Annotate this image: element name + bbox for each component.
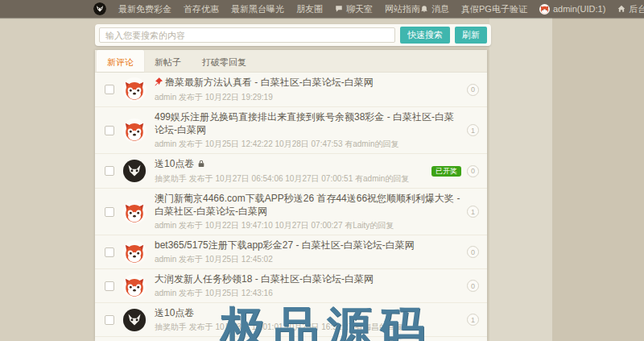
post-title-link[interactable]: bet365/5175注册下载app彩金27 - 白菜社区-白菜论坛-白菜网 bbox=[155, 239, 415, 251]
reply-count-badge: 0 bbox=[467, 84, 479, 96]
bell-icon bbox=[420, 5, 428, 14]
nav-blacklist-expose[interactable]: 最新黑台曝光 bbox=[231, 3, 284, 15]
tab-zero-replies[interactable]: 打破零回复 bbox=[192, 50, 257, 72]
post-meta: admin 发布于 10月22日 19:47:10 10月27日 07:00:2… bbox=[155, 220, 460, 231]
reply-count-badge: 0 bbox=[467, 246, 479, 258]
top-header: 最新免费彩金 首存优惠 最新黑台曝光 朋友圈 聊天室 网站指南 消息 真假PG电… bbox=[0, 0, 644, 18]
site-logo-icon[interactable] bbox=[93, 2, 106, 15]
row-checkbox[interactable] bbox=[105, 281, 114, 291]
post-meta: admin 发布于 10月22日 19:29:19 bbox=[155, 92, 460, 103]
nav-site-guide[interactable]: 网站指南 bbox=[385, 3, 420, 15]
tab-new-comments[interactable]: 新评论 bbox=[97, 50, 144, 72]
chat-bubble-icon bbox=[335, 5, 343, 13]
post-title-link[interactable]: 送10点卷 bbox=[155, 158, 194, 169]
post-title-link[interactable]: 499娱乐注册兑换码直接排出来直接到账号余额38彩金 - 白菜社区-白菜论坛-白… bbox=[155, 111, 454, 135]
nav-first-deposit[interactable]: 首存优惠 bbox=[184, 3, 219, 15]
search-input[interactable] bbox=[99, 27, 395, 43]
fox-avatar bbox=[122, 119, 147, 143]
post-meta: admin 发布于 10月25日 12:42:22 10月28日 07:47:5… bbox=[155, 139, 460, 150]
nav-friends[interactable]: 朋友圈 bbox=[296, 3, 323, 15]
user-avatar bbox=[539, 4, 550, 15]
status-badge: 已开奖 bbox=[431, 166, 461, 177]
pin-icon bbox=[155, 77, 163, 89]
nav-chatroom[interactable]: 聊天室 bbox=[335, 3, 373, 15]
row-checkbox[interactable] bbox=[105, 315, 114, 325]
post-row: 499娱乐注册兑换码直接排出来直接到账号余额38彩金 - 白菜社区-白菜论坛-白… bbox=[95, 107, 487, 154]
reply-count-badge: 0 bbox=[467, 280, 479, 292]
row-checkbox[interactable] bbox=[105, 126, 114, 135]
reply-count-badge: 1 bbox=[467, 314, 479, 326]
pg-verify-link[interactable]: 真假PG电子验证 bbox=[461, 3, 527, 15]
post-title-link[interactable]: 澳门新葡京4466.com下载APP秒送26 首存44送66祝您顺顺利利爆大奖 … bbox=[155, 193, 460, 217]
post-row: bet5体育bet5.com 顶级域名 资金雄厚 首存100送58 大额无忧 公… bbox=[95, 337, 487, 341]
lock-icon bbox=[198, 158, 204, 171]
header-nav-left: 最新免费彩金 首存优惠 最新黑台曝光 朋友圈 聊天室 网站指南 bbox=[93, 2, 420, 15]
fox-avatar bbox=[122, 77, 147, 102]
row-checkbox[interactable] bbox=[105, 207, 114, 217]
post-title-link[interactable]: 大润发新人任务秒领18 - 白菜社区-白菜论坛-白菜网 bbox=[155, 273, 374, 285]
messages-link[interactable]: 消息 bbox=[420, 3, 449, 15]
post-row: 送10点卷 抽奖助手 发布于 10月23日 16:01:01 10月23日 16… bbox=[95, 303, 487, 337]
post-meta: 抽奖助手 发布于 10月27日 06:54:06 10月27日 07:00:51… bbox=[155, 173, 425, 185]
reply-count-badge: 0 bbox=[467, 165, 479, 177]
post-row: 大润发新人任务秒领18 - 白菜社区-白菜论坛-白菜网 admin 发布于 10… bbox=[95, 269, 487, 303]
post-row: 送10点卷 抽奖助手 发布于 10月27日 06:54:06 10月27日 07… bbox=[95, 154, 487, 189]
refresh-button[interactable]: 刷新 bbox=[455, 27, 487, 44]
post-meta: 抽奖助手 发布于 10月23日 16:01:01 10月23日 16:51:27… bbox=[155, 322, 460, 333]
row-checkbox[interactable] bbox=[105, 166, 114, 176]
post-list: 撸菜最新方法认真看 - 白菜社区-白菜论坛-白菜网 admin 发布于 10月2… bbox=[95, 73, 487, 341]
post-title-link[interactable]: 送10点卷 bbox=[155, 307, 194, 318]
site-logo-avatar bbox=[122, 308, 147, 332]
tab-bar: 新评论 新帖子 打破零回复 bbox=[95, 50, 487, 73]
tab-new-posts[interactable]: 新帖子 bbox=[144, 50, 192, 72]
admin-panel-link[interactable]: 后台管理 bbox=[617, 3, 644, 15]
post-meta: admin 发布于 10月25日 12:43:16 bbox=[155, 288, 460, 299]
post-title-link[interactable]: 撸菜最新方法认真看 - 白菜社区-白菜论坛-白菜网 bbox=[165, 77, 374, 88]
nav-free-bonus[interactable]: 最新免费彩金 bbox=[118, 3, 171, 15]
user-menu[interactable]: admin(UID:1) bbox=[539, 4, 605, 15]
fox-avatar bbox=[122, 240, 147, 264]
post-meta: admin 发布于 10月25日 12:45:02 bbox=[155, 254, 460, 265]
home-icon bbox=[617, 5, 625, 13]
fox-avatar bbox=[122, 200, 147, 224]
post-row: bet365/5175注册下载app彩金27 - 白菜社区-白菜论坛-白菜网 a… bbox=[95, 235, 487, 269]
site-logo-avatar bbox=[122, 159, 147, 183]
quick-search-button[interactable]: 快速搜索 bbox=[400, 27, 450, 44]
reply-count-badge: 1 bbox=[467, 124, 479, 136]
reply-count-badge: 1 bbox=[467, 206, 479, 218]
header-nav-right: 消息 真假PG电子验证 admin(UID:1) 后台管理 退出 bbox=[420, 3, 644, 15]
post-row: 澳门新葡京4466.com下载APP秒送26 首存44送66祝您顺顺利利爆大奖 … bbox=[95, 189, 487, 235]
content-panel: 新评论 新帖子 打破零回复 撸菜最新方法认真看 - 白菜社区-白菜论坛-白菜网 … bbox=[95, 50, 487, 341]
search-panel: 快速搜索 刷新 bbox=[95, 24, 491, 46]
fox-avatar bbox=[122, 274, 147, 298]
post-row: 撸菜最新方法认真看 - 白菜社区-白菜论坛-白菜网 admin 发布于 10月2… bbox=[95, 73, 487, 107]
row-checkbox[interactable] bbox=[105, 247, 114, 257]
row-checkbox[interactable] bbox=[105, 85, 114, 94]
